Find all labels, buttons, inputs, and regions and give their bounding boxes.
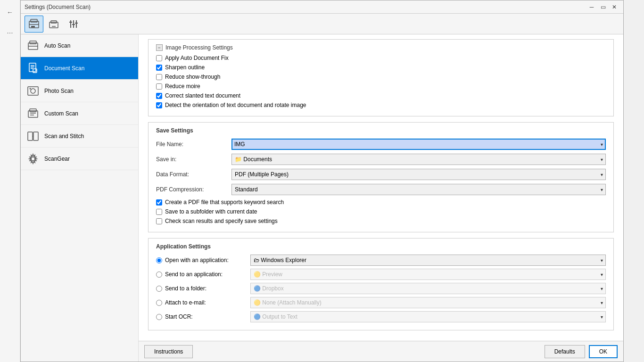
send-to-folder-radio-label[interactable]: Send to a folder: [156,285,250,292]
collapse-button[interactable]: − [156,44,163,51]
save-subfolder-checkbox[interactable] [156,209,162,215]
apply-auto-doc-fix-row: Apply Auto Document Fix [156,55,606,61]
correct-slanted-checkbox[interactable] [156,93,162,99]
send-to-app-select[interactable]: 🟡 Preview [250,269,606,280]
attach-email-radio[interactable] [156,300,162,306]
tools-toolbar-button[interactable] [64,16,83,33]
scangear-icon [26,152,40,165]
sidebar-item-auto-scan-label: Auto Scan [44,42,70,49]
svg-rect-1 [31,19,37,22]
photo-scan-icon [26,84,40,98]
pdf-compression-select[interactable]: Standard [231,184,606,195]
scan-toolbar-button[interactable] [25,16,43,33]
defaults-button[interactable]: Defaults [545,345,585,358]
left-nav-panel: ← … [0,0,20,362]
open-with-app-select[interactable]: 🗁 Windows Explorer [250,255,606,266]
close-button[interactable]: ✕ [609,2,619,12]
send-to-app-radio[interactable] [156,272,162,278]
send-to-app-label: Send to an application: [165,271,223,278]
instructions-button[interactable]: Instructions [144,345,193,358]
save-in-label: Save in: [156,156,231,163]
reduce-moire-label[interactable]: Reduce moire [165,83,200,90]
auto-scan-icon [26,39,40,52]
send-to-folder-radio[interactable] [156,286,162,292]
create-pdf-keyword-checkbox[interactable] [156,199,162,206]
data-format-label: Data Format: [156,171,231,178]
menu-button[interactable]: … [1,23,18,40]
sidebar-item-document-scan-label: Document Scan [44,65,84,72]
send-to-folder-label: Send to a folder: [165,285,206,292]
svg-point-31 [31,157,35,161]
sidebar-item-custom-scan[interactable]: Custom Scan [21,102,138,125]
data-format-row: Data Format: PDF (Multiple Pages) [156,169,606,180]
check-scan-results-row: Check scan results and specify save sett… [156,218,606,224]
attach-email-select[interactable]: 🟡 None (Attach Manually) [250,297,606,308]
sidebar-item-document-scan[interactable]: Document Scan [21,57,138,80]
sidebar-item-scangear[interactable]: ScanGear [21,148,138,170]
save-in-select[interactable]: 📁 Documents [231,154,606,165]
data-format-wrapper: PDF (Multiple Pages) [231,169,606,180]
svg-rect-14 [30,41,36,44]
bottom-bar-left: Instructions [144,345,193,358]
main-content-area: − Image Processing Settings Apply Auto D… [139,34,623,341]
detect-orientation-checkbox[interactable] [156,102,162,108]
reduce-show-through-checkbox[interactable] [156,74,162,80]
svg-point-22 [31,89,35,93]
sidebar-item-auto-scan[interactable]: Auto Scan [21,34,138,57]
settings-window: Settings (Document Scan) ─ ▭ ✕ [20,0,624,362]
sharpen-outline-label[interactable]: Sharpen outline [165,64,205,71]
save-subfolder-label[interactable]: Save to a subfolder with current date [165,208,257,215]
check-scan-results-checkbox[interactable] [156,218,162,224]
device-icon [47,17,60,31]
svg-rect-20 [33,69,37,73]
tools-icon [67,17,80,31]
minimize-button[interactable]: ─ [586,2,597,12]
detect-orientation-row: Detect the orientation of text document … [156,102,606,108]
toolbar [21,14,623,34]
svg-rect-28 [28,132,33,140]
save-subfolder-row: Save to a subfolder with current date [156,208,606,215]
window-title: Settings (Document Scan) [25,4,91,10]
back-button[interactable]: ← [1,4,18,21]
start-ocr-radio-label[interactable]: Start OCR: [156,313,250,320]
svg-rect-25 [30,109,36,112]
file-name-input[interactable] [231,139,606,150]
image-processing-section: − Image Processing Settings Apply Auto D… [148,39,614,116]
main-panel: − Image Processing Settings Apply Auto D… [139,34,623,362]
create-pdf-keyword-label[interactable]: Create a PDF file that supports keyword … [165,199,284,206]
attach-email-select-wrapper: 🟡 None (Attach Manually) [250,297,606,308]
sidebar-item-scangear-label: ScanGear [44,156,70,162]
image-processing-header[interactable]: − Image Processing Settings [156,44,606,51]
sidebar-item-photo-scan[interactable]: Photo Scan [21,80,138,102]
start-ocr-label: Start OCR: [165,313,193,320]
device-toolbar-button[interactable] [44,16,63,33]
custom-scan-icon [26,107,40,120]
maximize-button[interactable]: ▭ [598,2,608,12]
ok-button[interactable]: OK [589,345,618,358]
open-with-app-row: Open with an application: 🗁 Windows Expl… [156,255,606,266]
apply-auto-doc-fix-label[interactable]: Apply Auto Document Fix [165,55,229,61]
send-to-folder-select[interactable]: 🔵 Dropbox [250,283,606,294]
open-with-app-radio-label[interactable]: Open with an application: [156,257,250,263]
title-bar-buttons: ─ ▭ ✕ [586,2,619,12]
attach-email-radio-label[interactable]: Attach to e-mail: [156,299,250,306]
sidebar-item-scan-and-stitch[interactable]: Scan and Stitch [21,125,138,148]
attach-email-row: Attach to e-mail: 🟡 None (Attach Manuall… [156,297,606,308]
sidebar-item-custom-scan-label: Custom Scan [44,110,78,117]
reduce-moire-checkbox[interactable] [156,83,162,90]
pdf-compression-row: PDF Compression: Standard [156,184,606,195]
start-ocr-radio[interactable] [156,314,162,320]
send-to-app-radio-label[interactable]: Send to an application: [156,271,250,278]
check-scan-results-label[interactable]: Check scan results and specify save sett… [165,218,278,224]
start-ocr-select[interactable]: 🔵 Output to Text [250,311,606,322]
sharpen-outline-checkbox[interactable] [156,65,162,71]
detect-orientation-label[interactable]: Detect the orientation of text document … [165,102,306,108]
apply-auto-doc-fix-checkbox[interactable] [156,55,162,61]
reduce-show-through-label[interactable]: Reduce show-through [165,74,220,80]
correct-slanted-label[interactable]: Correct slanted text document [165,92,240,99]
sidebar-item-photo-scan-label: Photo Scan [44,88,74,94]
open-with-app-radio[interactable] [156,257,162,263]
save-in-row: Save in: 📁 Documents [156,154,606,165]
data-format-select[interactable]: PDF (Multiple Pages) [231,169,606,180]
start-ocr-row: Start OCR: 🔵 Output to Text [156,311,606,322]
